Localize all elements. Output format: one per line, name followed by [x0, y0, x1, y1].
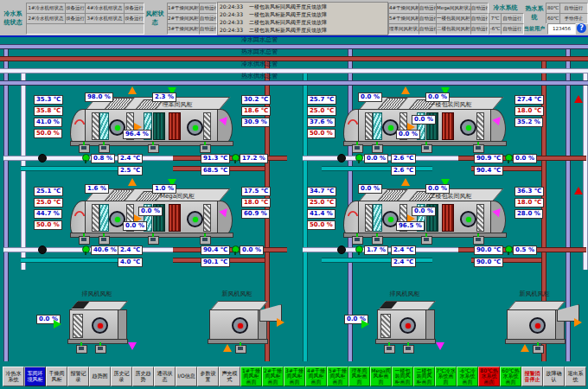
hmi-screen: 冷水系统状态 1#冷水机组状态 设备运行 4#冷水机组状态 设备运行 2#冷水机…: [0, 0, 588, 389]
page-button-mega[interactable]: Mega间风柜画面: [370, 367, 392, 386]
supply-humidity-readout: 60.9 %: [241, 209, 270, 219]
filter-section-icon: [92, 204, 99, 232]
unit-side-face: [425, 309, 435, 341]
history-trend-button[interactable]: 历史趋势: [132, 367, 154, 386]
fresh-air-fan-unit: 新风机风柜: [185, 290, 289, 358]
page-button-hot80[interactable]: 80℃热水系统画面: [478, 367, 500, 386]
pipe: [0, 80, 588, 86]
nav-button-dryer-ahu[interactable]: 干燥间风柜: [46, 367, 67, 386]
damper-actuator-icon: [352, 144, 363, 153]
return-humidity-readout: 41.0 %: [34, 118, 62, 127]
unit-fan-icon[interactable]: [232, 317, 248, 334]
page-button-dryer5[interactable]: 5#干燥间风柜画面: [327, 367, 348, 386]
fault-ack-button[interactable]: 故障确认: [543, 367, 565, 386]
unit-fan-icon[interactable]: [529, 317, 546, 334]
exhaust-damper-readout: 0.0 %: [425, 184, 450, 194]
history-log-button[interactable]: 历史记录: [111, 367, 132, 386]
fresh-damper-readout: 0.0 %: [358, 92, 382, 102]
chilled-return-temp-readout: 2.4 ℃: [391, 258, 416, 267]
hot-water-valve-icon[interactable]: [505, 246, 513, 253]
hot-water-coil-icon: [169, 112, 181, 140]
comm-status-button[interactable]: 通讯状态: [154, 367, 176, 386]
ahu-name-label: 二楼包装间风柜: [412, 193, 489, 200]
supply-humidity-readout: 35.2 %: [514, 118, 543, 127]
hot-water-valve-icon[interactable]: [232, 154, 240, 162]
page-button-dryer4[interactable]: 4#干燥间风柜画面: [305, 367, 327, 386]
hot-valve-readout: 0.0 %: [240, 246, 264, 255]
supply-air-temp-readout: 36.3 ℃: [514, 187, 544, 196]
hot-water-coil-icon: [169, 204, 181, 232]
alarm-row: 20:24:33二楼包装风柜回风阀开度反馈故障: [218, 19, 387, 26]
page-button-dryer1[interactable]: 1#干燥间风柜画面: [240, 367, 262, 386]
chilled-supply-temp-readout: 2.6 ℃: [391, 154, 416, 163]
fan-status-value: 自动运行: [419, 23, 437, 35]
outlet-arrow-icon: [574, 318, 582, 327]
ahu-name-label: 一楼包装间风柜: [412, 101, 489, 108]
damper-actuator-icon: [79, 144, 90, 153]
temp-setpoint-readout: 25.0 ℃: [307, 106, 336, 116]
damper-actuator-icon: [421, 236, 432, 245]
help-icon[interactable]: ?: [577, 23, 586, 33]
page-button-dryer3[interactable]: 3#干燥间风柜画面: [284, 367, 305, 386]
hot-return-temp-readout: 90.0 ℃: [474, 258, 503, 267]
alarm-log-button[interactable]: 报警记录: [67, 367, 89, 386]
exit-system-button[interactable]: 退出系统: [565, 367, 586, 386]
pipe-label: 冷水回水总管: [199, 37, 320, 43]
humidity-setpoint-readout: 50.0 %: [34, 129, 62, 138]
hot-supply-temp-readout: 91.3 ℃: [201, 154, 230, 163]
cooling-coil-icon: [99, 204, 109, 232]
hot-water-valve-icon[interactable]: [232, 246, 240, 253]
return-fan-icon[interactable]: [187, 211, 203, 227]
page-button-dryer2[interactable]: 2#干燥间风柜画面: [262, 367, 284, 386]
damper-actuator-icon: [372, 236, 383, 245]
return-fan-icon[interactable]: [460, 211, 476, 227]
damper-actuator-icon: [79, 236, 90, 245]
io-info-button[interactable]: I/O信息: [176, 367, 197, 386]
return-fan-icon[interactable]: [187, 119, 203, 136]
mid-damper-readout: 96.5 %: [396, 221, 425, 231]
exhaust-arrow-icon: [401, 86, 410, 94]
return-fan-icon[interactable]: [460, 119, 476, 136]
page-button-hot60[interactable]: 60℃热水系统画面: [500, 367, 521, 386]
damper-actuator-icon: [99, 236, 110, 245]
damper-actuator-icon: [200, 144, 211, 153]
alarm-text: 一楼包装风柜回风阀开度反馈故障: [249, 3, 327, 10]
alarm-row: 20:24:33一楼包装风柜新风阀开度反馈故障: [218, 11, 387, 18]
alarm-mute-button[interactable]: 报警消音停止: [521, 367, 543, 386]
nav-button-workshop-ahu[interactable]: 车间环境风柜: [24, 367, 46, 386]
alarm-list: 20:24:33一楼包装风柜回风阀开度反馈故障 20:24:33一楼包装风柜新风…: [217, 2, 388, 35]
parameter-settings-button[interactable]: 参数设置: [197, 367, 219, 386]
hot-valve-readout: 0.5 %: [513, 246, 537, 255]
page-button-cold-6[interactable]: -6℃冷水系统画面: [457, 367, 478, 386]
hot-valve-readout: 17.2 %: [240, 154, 268, 163]
inlet-arrow-icon: [361, 320, 369, 328]
hot-water-valve-icon[interactable]: [505, 154, 513, 162]
chilled-water-valve-icon[interactable]: [355, 246, 363, 253]
alarm-time: 20:24:33: [218, 27, 249, 34]
chilled-valve-readout: 40.6 %: [91, 246, 119, 255]
alarm-time: 20:24:33: [218, 3, 249, 10]
pipe: [3, 44, 9, 361]
unit-fan-icon[interactable]: [92, 317, 108, 334]
fan-status-label: 理革间风柜状态: [388, 23, 419, 35]
chilled-water-valve-icon[interactable]: [355, 154, 363, 162]
temp-setpoint-readout: 35.8 ℃: [34, 106, 63, 116]
unit-fan-icon[interactable]: [399, 317, 416, 334]
return-air-temp-readout: 35.3 ℃: [34, 95, 63, 105]
humidity-setpoint-readout: 50.0 %: [307, 220, 336, 230]
page-button-cold7[interactable]: 7℃冷水系统画面: [435, 367, 457, 386]
page-button-tannery[interactable]: 理革间风柜画面: [348, 367, 370, 386]
chilled-water-valve-icon[interactable]: [82, 154, 90, 162]
supply-setpoint-readout: 18.6 ℃: [241, 106, 271, 116]
unit-base: [67, 339, 128, 344]
hot-supply-temp-readout: 90.0 ℃: [474, 246, 503, 255]
trend-chart-button[interactable]: 趋势图: [89, 367, 111, 386]
hot-valve-readout: 0.0 %: [513, 154, 537, 163]
page-button-packing2[interactable]: 二楼包装间风柜画面: [413, 367, 435, 386]
hot-return-temp-readout: 90.4 ℃: [474, 166, 503, 175]
nav-button-hot-cold-water[interactable]: 冷热水系统: [3, 367, 24, 386]
chilled-water-valve-icon[interactable]: [82, 246, 90, 253]
sound-light-mode-button[interactable]: 声光模式: [219, 367, 240, 386]
damper-actuator-icon: [372, 144, 383, 153]
page-button-packing1[interactable]: 一楼包装间风柜画面: [392, 367, 413, 386]
